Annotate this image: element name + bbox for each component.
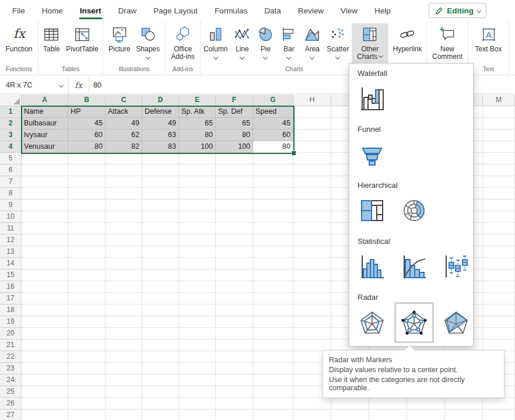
- row-header-15[interactable]: 15: [0, 270, 22, 281]
- cell-G15[interactable]: [253, 270, 293, 281]
- cell-K27[interactable]: [407, 410, 445, 420]
- cell-M12[interactable]: [483, 235, 515, 246]
- cell-H21[interactable]: [293, 340, 331, 351]
- cell-F18[interactable]: [216, 304, 253, 316]
- cell-F21[interactable]: [216, 340, 253, 351]
- cell-E7[interactable]: [179, 176, 216, 188]
- row-header-20[interactable]: 20: [0, 328, 22, 340]
- cell-D25[interactable]: [142, 386, 179, 398]
- cell-F8[interactable]: [216, 188, 253, 200]
- ribbon-button-new-comment[interactable]: New Comment: [427, 23, 468, 64]
- cell-E21[interactable]: [179, 340, 216, 351]
- cell-G4[interactable]: 80: [253, 141, 293, 153]
- cell-B21[interactable]: [68, 340, 106, 351]
- cell-E2[interactable]: 65: [179, 118, 216, 130]
- cell-B4[interactable]: 80: [68, 141, 106, 153]
- cell-A8[interactable]: [22, 188, 68, 200]
- cell-E12[interactable]: [179, 235, 216, 246]
- cell-D17[interactable]: [142, 293, 179, 304]
- chart-type-box-and-whisker[interactable]: [442, 251, 471, 282]
- cell-E8[interactable]: [179, 188, 216, 200]
- cell-D12[interactable]: [142, 235, 179, 246]
- name-box[interactable]: 4R x 7C: [0, 77, 69, 93]
- cell-G26[interactable]: [253, 398, 293, 410]
- cell-M7[interactable]: [483, 176, 515, 188]
- cell-M2[interactable]: [483, 118, 515, 130]
- cell-D24[interactable]: [142, 374, 179, 386]
- cell-F25[interactable]: [216, 386, 253, 398]
- cell-M16[interactable]: [483, 281, 515, 293]
- tab-review[interactable]: Review: [297, 0, 324, 21]
- cell-H5[interactable]: [293, 153, 331, 164]
- cell-D14[interactable]: [142, 258, 179, 270]
- cell-M10[interactable]: [483, 211, 515, 223]
- cell-D19[interactable]: [142, 316, 179, 328]
- cell-B14[interactable]: [68, 258, 106, 270]
- cell-E16[interactable]: [179, 281, 216, 293]
- cell-F24[interactable]: [216, 374, 253, 386]
- cell-B8[interactable]: [68, 188, 106, 200]
- cell-A2[interactable]: Bulbasaur: [22, 118, 68, 130]
- cell-F3[interactable]: 80: [216, 130, 253, 141]
- cell-G21[interactable]: [253, 340, 293, 351]
- row-header-10[interactable]: 10: [0, 211, 22, 223]
- cell-A26[interactable]: [22, 398, 68, 410]
- cell-H4[interactable]: [293, 141, 331, 153]
- row-header-9[interactable]: 9: [0, 200, 22, 211]
- cell-D4[interactable]: 83: [142, 141, 179, 153]
- cell-A9[interactable]: [22, 200, 68, 211]
- row-header-3[interactable]: 3: [0, 130, 22, 141]
- cell-B2[interactable]: 45: [68, 118, 106, 130]
- cell-C22[interactable]: [106, 351, 142, 363]
- cell-E11[interactable]: [179, 223, 216, 235]
- cell-C23[interactable]: [106, 363, 142, 374]
- ribbon-button-other-charts[interactable]: Other Charts: [352, 23, 388, 64]
- cell-A3[interactable]: Ivysaur: [22, 130, 68, 141]
- cell-L27[interactable]: [445, 410, 483, 420]
- cell-B23[interactable]: [68, 363, 106, 374]
- cell-E23[interactable]: [179, 363, 216, 374]
- cell-B26[interactable]: [68, 398, 106, 410]
- cell-G19[interactable]: [253, 316, 293, 328]
- cell-C4[interactable]: 82: [106, 141, 142, 153]
- cell-E1[interactable]: Sp. Atk: [179, 106, 216, 118]
- column-header-C[interactable]: C: [106, 94, 142, 106]
- cell-A6[interactable]: [22, 164, 68, 176]
- cell-C17[interactable]: [106, 293, 142, 304]
- cell-B9[interactable]: [68, 200, 106, 211]
- cell-D26[interactable]: [142, 398, 179, 410]
- cell-J27[interactable]: [369, 410, 407, 420]
- column-header-F[interactable]: F: [216, 94, 253, 106]
- cell-G16[interactable]: [253, 281, 293, 293]
- cell-C8[interactable]: [106, 188, 142, 200]
- cell-I27[interactable]: [331, 410, 369, 420]
- cell-A16[interactable]: [22, 281, 68, 293]
- cell-H2[interactable]: [293, 118, 331, 130]
- cell-D5[interactable]: [142, 153, 179, 164]
- cell-E9[interactable]: [179, 200, 216, 211]
- cell-M14[interactable]: [483, 258, 515, 270]
- cell-E18[interactable]: [179, 304, 216, 316]
- column-header-M[interactable]: M: [483, 94, 515, 106]
- ribbon-button-hyperlink[interactable]: Hyperlink: [390, 23, 425, 64]
- cell-C5[interactable]: [106, 153, 142, 164]
- cell-G12[interactable]: [253, 235, 293, 246]
- cell-C27[interactable]: [106, 410, 142, 420]
- tab-insert[interactable]: Insert: [79, 0, 102, 21]
- cell-M6[interactable]: [483, 164, 515, 176]
- cell-B24[interactable]: [68, 374, 106, 386]
- cell-C10[interactable]: [106, 211, 142, 223]
- cell-C1[interactable]: Attack: [106, 106, 142, 118]
- cell-B16[interactable]: [68, 281, 106, 293]
- row-header-13[interactable]: 13: [0, 246, 22, 258]
- cell-B15[interactable]: [68, 270, 106, 281]
- cell-B20[interactable]: [68, 328, 106, 340]
- cell-A15[interactable]: [22, 270, 68, 281]
- cell-B17[interactable]: [68, 293, 106, 304]
- cell-J26[interactable]: [369, 398, 407, 410]
- cell-D20[interactable]: [142, 328, 179, 340]
- cell-H13[interactable]: [293, 246, 331, 258]
- cell-F15[interactable]: [216, 270, 253, 281]
- cell-F12[interactable]: [216, 235, 253, 246]
- cell-B10[interactable]: [68, 211, 106, 223]
